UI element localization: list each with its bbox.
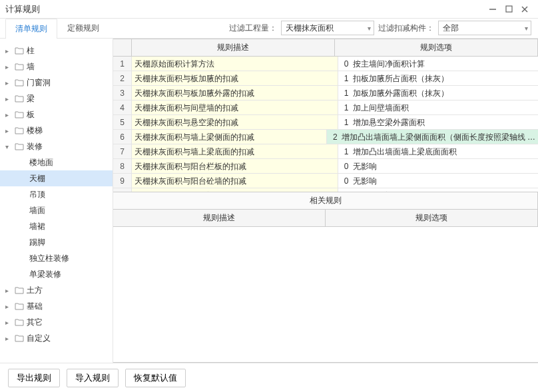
tree-item[interactable]: ▸门窗洞 — [0, 75, 113, 91]
row-option: 增加凸出墙面墙上梁底面面积 — [350, 144, 539, 158]
row-desc: 天棚原始面积计算方法 — [132, 57, 338, 71]
row-number: 8 — [113, 159, 132, 173]
tree-item[interactable]: 单梁装修 — [0, 266, 113, 282]
row-flag: 0 — [338, 57, 350, 71]
tab-list-rules[interactable]: 清单规则 — [5, 19, 57, 39]
tree-pane: ▸柱▸墙▸门窗洞▸梁▸板▸楼梯▾装修楼地面天棚吊顶墙面墙裙踢脚独立柱装修单梁装修… — [0, 39, 113, 363]
row-desc: 天棚抹灰面积与板加腋外露的扣减 — [132, 86, 338, 100]
filter-project-label: 过滤工程量： — [229, 23, 277, 34]
tree-item[interactable]: 楼地面 — [0, 154, 113, 170]
tree-item[interactable]: ▸其它 — [0, 314, 113, 330]
tree-item-label: 墙裙 — [29, 221, 45, 232]
tree-item-label: 基础 — [27, 301, 43, 312]
tree-item-label: 楼梯 — [27, 125, 43, 136]
row-option: 加板加腋外露面积（抹灰） — [350, 86, 539, 100]
folder-icon — [15, 126, 24, 134]
table-row[interactable]: 9天棚抹灰面积与阳台砼墙的扣减0无影响 — [113, 174, 538, 188]
tree-item[interactable]: 吊顶 — [0, 186, 113, 202]
grid-header-num — [113, 39, 132, 56]
export-button[interactable]: 导出规则 — [8, 369, 60, 387]
minimize-icon — [489, 5, 497, 13]
row-desc: 天棚抹灰面积与墙上梁侧面的扣减 — [132, 130, 327, 144]
related-body — [113, 227, 538, 363]
tree-item[interactable]: ▸自定义 — [0, 330, 113, 346]
tree-item-label: 天棚 — [29, 173, 45, 184]
tree-arrow-icon: ▸ — [5, 111, 12, 118]
table-row[interactable]: 4天棚抹灰面积与间壁墙的扣减1加上间壁墙面积 — [113, 100, 538, 115]
table-row[interactable]: 8天棚抹灰面积与阳台栏板的扣减0无影响 — [113, 159, 538, 174]
close-button[interactable] — [517, 3, 533, 16]
tabs-row: 清单规则 定额规则 过滤工程量： 天棚抹灰面积 ▾ 过滤扣减构件： 全部 ▾ — [0, 19, 538, 39]
table-row[interactable]: 3天棚抹灰面积与板加腋外露的扣减1加板加腋外露面积（抹灰） — [113, 86, 538, 100]
tree-item[interactable]: ▸墙 — [0, 59, 113, 75]
tree-item[interactable]: 墙面 — [0, 202, 113, 218]
table-row[interactable]: 7天棚抹灰面积与墙上梁底面的扣减1增加凸出墙面墙上梁底面面积 — [113, 144, 538, 159]
minimize-button[interactable] — [485, 3, 501, 16]
row-desc: 天棚抹灰面积与板加腋的扣减 — [132, 71, 338, 85]
folder-icon — [15, 95, 24, 102]
row-option: 加上间壁墙面积 — [350, 100, 539, 114]
tree-arrow-icon: ▸ — [5, 47, 12, 55]
folder-icon — [15, 47, 24, 55]
row-desc: 天棚抹灰面积与悬空梁的扣减 — [132, 115, 338, 129]
row-option: 无影响 — [350, 174, 539, 188]
row-number: 2 — [113, 71, 132, 85]
grid-header-desc: 规则描述 — [132, 39, 335, 56]
window-title: 计算规则 — [5, 3, 485, 15]
tree-item[interactable]: 墙裙 — [0, 218, 113, 234]
tree-item[interactable]: ▸基础 — [0, 298, 113, 314]
chevron-down-icon: ▾ — [525, 25, 528, 32]
tree-item-label: 墙 — [27, 61, 35, 73]
tree-item[interactable]: ▸柱 — [0, 43, 113, 59]
tree-item[interactable]: ▾装修 — [0, 138, 113, 154]
body: ▸柱▸墙▸门窗洞▸梁▸板▸楼梯▾装修楼地面天棚吊顶墙面墙裙踢脚独立柱装修单梁装修… — [0, 39, 538, 363]
tree-item[interactable]: ▸土方 — [0, 282, 113, 298]
related-title: 相关规则 — [113, 192, 538, 210]
row-flag: 0 — [338, 174, 350, 188]
tree-item[interactable]: ▸板 — [0, 106, 113, 122]
table-row[interactable]: 2天棚抹灰面积与板加腋的扣减1扣板加腋所占面积（抹灰） — [113, 71, 538, 86]
tree-item[interactable]: ▸楼梯 — [0, 122, 113, 138]
table-row[interactable]: 1天棚原始面积计算方法0按主墙间净面积计算 — [113, 57, 538, 71]
tree-item[interactable]: ▸梁 — [0, 91, 113, 106]
tree-item-label: 其它 — [27, 317, 43, 328]
row-desc: 天棚抹灰面积与阳台栏板的扣减 — [132, 159, 338, 173]
grid-header: 规则描述 规则选项 — [113, 39, 538, 57]
filter-bar: 过滤工程量： 天棚抹灰面积 ▾ 过滤扣减构件： 全部 ▾ — [229, 21, 538, 38]
tree-item-label: 墙面 — [29, 205, 45, 216]
close-icon — [521, 5, 529, 13]
tree-item[interactable]: 天棚 — [0, 170, 113, 186]
filter-project-select[interactable]: 天棚抹灰面积 ▾ — [281, 21, 374, 35]
restore-button[interactable]: 恢复默认值 — [125, 369, 186, 387]
tree-item[interactable]: 独立柱装修 — [0, 250, 113, 266]
import-button[interactable]: 导入规则 — [67, 369, 119, 387]
row-option: 增加悬空梁外露面积 — [350, 115, 539, 129]
tree-arrow-icon: ▸ — [5, 79, 12, 87]
row-flag: 1 — [338, 100, 350, 114]
maximize-icon — [505, 5, 513, 13]
tree-item-label: 自定义 — [27, 333, 51, 344]
row-flag: 1 — [338, 71, 350, 85]
related-header-opt: 规则选项 — [326, 210, 537, 226]
tree-arrow-icon: ▸ — [5, 287, 12, 294]
folder-icon — [15, 318, 24, 326]
row-option: 按主墙间净面积计算 — [350, 57, 539, 71]
table-row[interactable]: 6天棚抹灰面积与墙上梁侧面的扣减2增加凸出墙面墙上梁侧面面积（侧面长度按照梁轴线… — [113, 130, 538, 144]
row-flag: 1 — [338, 115, 350, 129]
tree-arrow-icon: ▸ — [5, 303, 12, 310]
filter-project-value: 天棚抹灰面积 — [286, 23, 334, 34]
maximize-button[interactable] — [501, 3, 517, 16]
tree-arrow-icon: ▸ — [5, 127, 12, 134]
folder-icon — [15, 142, 24, 150]
chevron-down-icon: ▾ — [368, 25, 371, 32]
svg-rect-1 — [506, 6, 512, 12]
row-option: 扣板加腋所占面积（抹灰） — [350, 71, 539, 85]
footer: 导出规则 导入规则 恢复默认值 — [0, 363, 538, 392]
grid-body[interactable]: 1天棚原始面积计算方法0按主墙间净面积计算2天棚抹灰面积与板加腋的扣减1扣板加腋… — [113, 57, 538, 192]
row-flag: 0 — [338, 159, 350, 173]
tree-arrow-icon: ▸ — [5, 335, 12, 342]
filter-deduct-select[interactable]: 全部 ▾ — [438, 21, 531, 35]
tab-quota-rules[interactable]: 定额规则 — [57, 18, 109, 38]
tree-item[interactable]: 踢脚 — [0, 234, 113, 250]
table-row[interactable]: 5天棚抹灰面积与悬空梁的扣减1增加悬空梁外露面积 — [113, 115, 538, 130]
